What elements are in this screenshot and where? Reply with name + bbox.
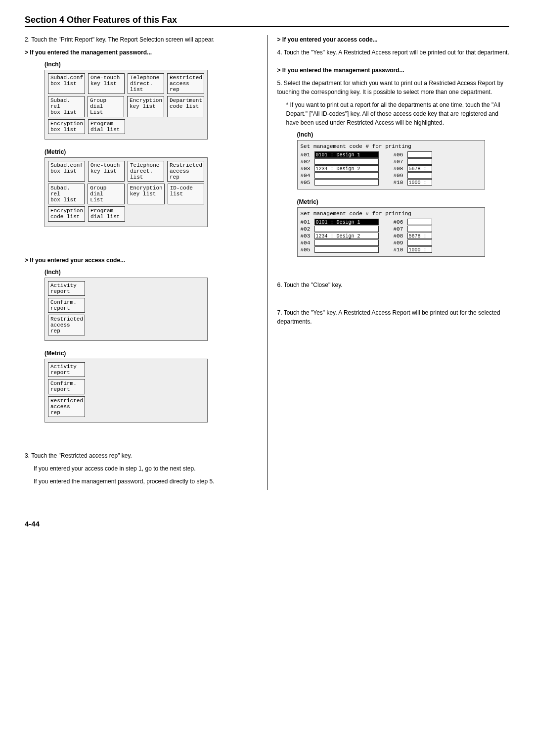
- slot-08-label: #08: [394, 233, 407, 239]
- slot-06-label: #06: [394, 152, 407, 158]
- step-3-line3: If you entered the management password, …: [25, 477, 257, 486]
- step-5: 5. Select the department for which you w…: [277, 79, 510, 96]
- slot-07-field[interactable]: [407, 226, 432, 232]
- slot-01-label: #01: [301, 152, 314, 158]
- btn-group-dial-list[interactable]: Group dial List: [88, 184, 124, 204]
- section-header: Section 4 Other Features of this Fax: [25, 15, 509, 27]
- slot-05-label: #05: [301, 247, 314, 253]
- slot-01-field[interactable]: 0101 : Design 1: [314, 151, 379, 158]
- btn-subad-rel-box-list[interactable]: Subad. rel box list: [48, 96, 85, 117]
- btn-program-dial-list[interactable]: Program dial list: [88, 119, 125, 134]
- slot-03-label: #03: [301, 166, 314, 172]
- slot-04-label: #04: [301, 240, 314, 246]
- slot-07-label: #07: [394, 159, 407, 165]
- label-inch-2: (Inch): [44, 269, 257, 276]
- btn-department-code-list[interactable]: Department code list: [167, 96, 204, 117]
- slot-02-field[interactable]: [314, 158, 379, 165]
- slot-01-field[interactable]: 0101 : Design 1: [314, 219, 379, 225]
- btn-restricted-access-rep[interactable]: Restricted access rep: [167, 161, 204, 182]
- heading-access-code-right: > If you entered your access code...: [277, 35, 510, 44]
- label-inch: (Inch): [44, 61, 257, 68]
- right-column: > If you entered your access code... 4. …: [277, 35, 510, 490]
- slot-08-label: #08: [394, 166, 407, 172]
- access-panel-inch: Activity report Confirm. report Restrict…: [44, 278, 208, 341]
- btn-telephone-direct-list[interactable]: Telephone direct. list: [128, 73, 164, 94]
- slot-08-field[interactable]: 5678 :: [407, 233, 432, 239]
- slot-03-field[interactable]: 1234 : Design 2: [314, 165, 379, 172]
- panel-header-metric: Set management code # for printing: [301, 211, 482, 217]
- btn-one-touch-key-list[interactable]: One-touch key list: [88, 73, 125, 94]
- label-metric-2: (Metric): [44, 350, 257, 357]
- slot-10-label: #10: [394, 247, 407, 253]
- slot-04-field[interactable]: [314, 172, 379, 179]
- report-selection-panel-inch: Subad.conf box list One-touch key list T…: [44, 70, 208, 140]
- access-panel-metric: Activity report Confirm. report Restrict…: [44, 359, 208, 423]
- slot-01-label: #01: [301, 219, 314, 225]
- slot-04-label: #04: [301, 173, 314, 179]
- slot-10-field[interactable]: 1000 :: [407, 179, 432, 186]
- step-5-note: * If you want to print out a report for …: [277, 100, 510, 127]
- btn-subad-rel-box-list[interactable]: Subad. rel box list: [48, 184, 85, 204]
- slot-08-field[interactable]: 5678 :: [407, 165, 432, 172]
- heading-mgmt-password: > If you entered the management password…: [25, 48, 257, 57]
- slot-09-field[interactable]: [407, 172, 432, 179]
- btn-program-dial-list[interactable]: Program dial list: [88, 206, 125, 221]
- slot-03-label: #03: [301, 233, 314, 239]
- report-selection-panel-metric: Subad.conf box list One-touch key list T…: [44, 157, 208, 227]
- step-3-line2: If you entered your access code in step …: [25, 464, 257, 473]
- btn-activity-report[interactable]: Activity report: [48, 281, 85, 296]
- btn-group-dial-list[interactable]: Group dial List: [88, 96, 124, 117]
- btn-subad-conf-box-list[interactable]: Subad.conf box list: [48, 73, 85, 94]
- slot-06-field[interactable]: [407, 219, 432, 225]
- heading-access-code: > If you entered your access code...: [25, 256, 257, 265]
- step-2: 2. Touch the "Print Report" key. The Rep…: [25, 35, 257, 44]
- step-7: 7. Touch the "Yes" key. A Restricted Acc…: [277, 308, 510, 326]
- label-metric: (Metric): [44, 148, 257, 155]
- step-6: 6. Touch the "Close" key.: [277, 281, 510, 289]
- step-4: 4. Touch the "Yes" key. A Restricted Acc…: [277, 48, 510, 57]
- selection-panel-metric: Set management code # for printing #0101…: [297, 207, 485, 257]
- btn-confirm-report[interactable]: Confirm. report: [48, 379, 85, 394]
- slot-06-label: #06: [394, 219, 407, 225]
- slot-02-label: #02: [301, 159, 314, 165]
- heading-mgmt-password-right: > If you entered the management password…: [277, 66, 510, 75]
- label-metric-3: (Metric): [297, 198, 510, 205]
- slot-07-label: #07: [394, 226, 407, 232]
- btn-encryption-key-list[interactable]: Encryption key list: [127, 96, 164, 117]
- slot-05-label: #05: [301, 180, 314, 186]
- slot-10-label: #10: [394, 180, 407, 186]
- slot-09-label: #09: [394, 173, 407, 179]
- btn-encryption-code-list[interactable]: Encryption code list: [48, 206, 85, 221]
- selection-panel-inch: Set management code # for printing #0101…: [297, 140, 485, 189]
- slot-05-field[interactable]: [314, 179, 379, 186]
- btn-encryption-box-list[interactable]: Encryption box list: [48, 119, 85, 134]
- btn-confirm-report[interactable]: Confirm. report: [48, 298, 85, 313]
- slot-09-label: #09: [394, 240, 407, 246]
- slot-02-field[interactable]: [314, 226, 379, 232]
- slot-03-field[interactable]: 1234 : Design 2: [314, 233, 379, 239]
- left-column: 2. Touch the "Print Report" key. The Rep…: [25, 35, 257, 490]
- section-title: Section 4 Other Features of this Fax: [25, 15, 509, 25]
- btn-restricted-access-rep[interactable]: Restricted access rep: [167, 73, 204, 94]
- slot-05-field[interactable]: [314, 246, 379, 253]
- panel-header: Set management code # for printing: [301, 143, 482, 149]
- page-number: 4-44: [25, 520, 509, 528]
- btn-restricted-access-rep[interactable]: Restricted access rep: [48, 315, 85, 335]
- btn-restricted-access-rep[interactable]: Restricted access rep: [48, 396, 85, 417]
- slot-09-field[interactable]: [407, 239, 432, 246]
- slot-06-field[interactable]: [407, 151, 432, 158]
- btn-telephone-direct-list[interactable]: Telephone direct. list: [128, 161, 164, 182]
- btn-subad-conf-box-list[interactable]: Subad.conf box list: [48, 161, 85, 182]
- slot-10-field[interactable]: 1000 :: [407, 246, 432, 253]
- slot-07-field[interactable]: [407, 158, 432, 165]
- btn-activity-report[interactable]: Activity report: [48, 362, 85, 377]
- btn-encryption-key-list[interactable]: Encryption key list: [128, 184, 165, 204]
- slot-04-field[interactable]: [314, 239, 379, 246]
- btn-id-code-list[interactable]: ID-code list: [168, 184, 204, 204]
- btn-one-touch-key-list[interactable]: One-touch key list: [88, 161, 125, 182]
- column-divider: [267, 35, 267, 490]
- label-inch-3: (Inch): [297, 131, 510, 138]
- slot-02-label: #02: [301, 226, 314, 232]
- step-3-line1: 3. Touch the "Restricted access rep" key…: [25, 451, 257, 460]
